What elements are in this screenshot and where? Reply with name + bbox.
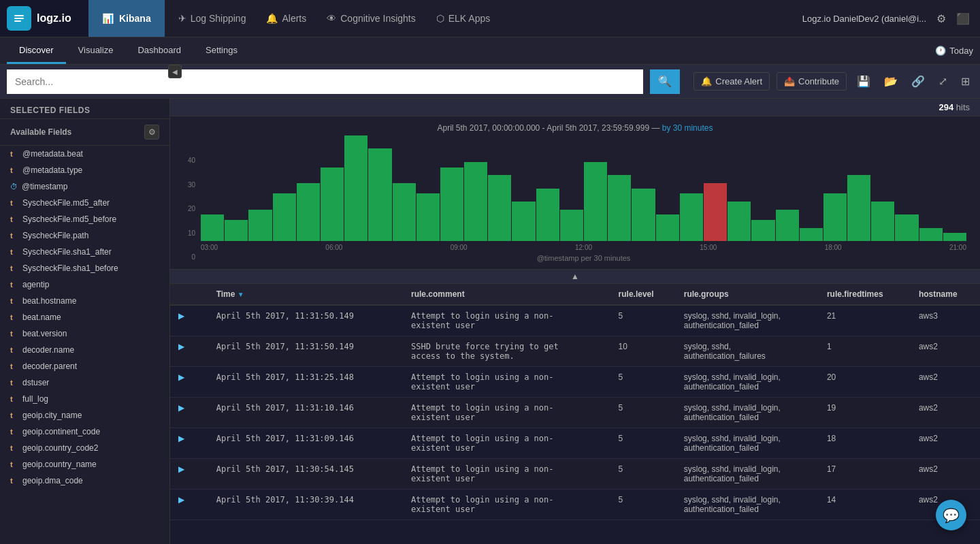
chart-bar[interactable] <box>344 135 368 241</box>
row-comment: Attempt to login using a non- existent u… <box>403 428 610 459</box>
chart-bar[interactable] <box>847 175 870 241</box>
chart-bar[interactable] <box>656 214 679 241</box>
row-expand-button[interactable]: ▶ <box>178 372 192 382</box>
nav-link-alerts[interactable]: 🔔 Alerts <box>266 13 306 24</box>
chart-bar[interactable] <box>632 189 655 242</box>
row-expand-button[interactable]: ▶ <box>178 495 192 505</box>
chart-bar[interactable] <box>680 193 703 241</box>
row-groups: syslog, sshd, invalid_login, authenticat… <box>676 398 819 428</box>
create-alert-button[interactable]: 🔔 Create Alert <box>693 72 770 91</box>
search-input[interactable] <box>7 69 643 94</box>
field-name: geoip.city_name <box>22 411 82 420</box>
field-item[interactable]: tbeat.version <box>0 325 169 342</box>
row-expand-button[interactable]: ▶ <box>178 311 192 321</box>
chart-bar[interactable] <box>201 214 224 241</box>
row-expand-button[interactable]: ▶ <box>178 434 192 443</box>
chart-x-axis: 03:00 06:00 09:00 12:00 15:00 18:00 21:0… <box>201 241 966 251</box>
chart-interval-link[interactable]: by 30 minutes <box>662 123 713 133</box>
field-item[interactable]: tgeoip.city_name <box>0 407 169 423</box>
signout-icon[interactable]: ⬛ <box>956 12 970 25</box>
chart-bar[interactable] <box>440 167 463 242</box>
sidebar-collapse-button[interactable]: ◀ <box>168 65 182 78</box>
chart-bar[interactable] <box>800 228 823 241</box>
chart-bar[interactable] <box>560 210 583 242</box>
field-name: SyscheckFile.sha1_before <box>22 263 118 273</box>
save-icon[interactable]: 💾 <box>853 71 874 91</box>
chart-bar[interactable] <box>248 210 272 242</box>
field-item[interactable]: t@metadata.beat <box>0 146 169 162</box>
chart-bar[interactable] <box>704 183 727 241</box>
chart-bar[interactable] <box>416 193 440 241</box>
chart-bar[interactable] <box>368 148 391 241</box>
row-expand-button[interactable]: ▶ <box>178 342 192 351</box>
logo-area[interactable]: logz.io <box>0 0 88 37</box>
chart-bar[interactable] <box>919 228 943 241</box>
field-item[interactable]: tdstuser <box>0 374 169 391</box>
field-type-icon: t <box>10 362 18 370</box>
chart-bar[interactable] <box>536 189 559 242</box>
field-item[interactable]: tSyscheckFile.sha1_before <box>0 260 169 276</box>
chart-bar[interactable] <box>895 214 918 241</box>
chart-bar[interactable] <box>321 167 344 242</box>
chart-bar[interactable] <box>751 220 774 241</box>
settings-icon[interactable]: ⚙ <box>936 12 946 25</box>
row-comment: Attempt to login using a non- existent u… <box>403 490 610 520</box>
user-label[interactable]: Logz.io DanielDev2 (daniel@i... <box>802 14 926 24</box>
field-item[interactable]: tSyscheckFile.md5_before <box>0 211 169 227</box>
chart-bar[interactable] <box>273 193 296 241</box>
today-label: Today <box>949 46 973 56</box>
field-item[interactable]: tSyscheckFile.path <box>0 227 169 244</box>
nav-link-cognitive-insights[interactable]: 👁 Cognitive Insights <box>327 13 416 24</box>
field-item[interactable]: t@metadata.type <box>0 162 169 178</box>
chart-bar[interactable] <box>871 202 894 241</box>
nav-link-elk-apps[interactable]: ⬡ ELK Apps <box>436 13 491 24</box>
field-item[interactable]: tbeat.hostname <box>0 293 169 309</box>
expand-icon[interactable]: ⤢ <box>935 71 951 91</box>
tab-settings[interactable]: Settings <box>193 37 250 64</box>
contribute-button[interactable]: 📤 Contribute <box>777 72 847 91</box>
share-icon[interactable]: 🔗 <box>908 71 928 91</box>
field-item[interactable]: ⏱@timestamp <box>0 178 169 195</box>
chart-bar[interactable] <box>488 175 511 241</box>
field-item[interactable]: tgeoip.continent_code <box>0 423 169 440</box>
chart-bar[interactable] <box>584 162 607 241</box>
grid-icon[interactable]: ⊞ <box>958 71 973 91</box>
chart-bar[interactable] <box>464 162 487 241</box>
nav-link-log-shipping[interactable]: ✈ Log Shipping <box>178 13 246 24</box>
chart-bar[interactable] <box>512 202 535 241</box>
kibana-tab[interactable]: 📊 Kibana <box>88 0 165 37</box>
chart-bar[interactable] <box>823 193 847 241</box>
field-item[interactable]: tSyscheckFile.sha1_after <box>0 244 169 260</box>
chart-bar[interactable] <box>608 175 631 241</box>
chart-bar[interactable] <box>297 183 320 241</box>
tab-visualize[interactable]: Visualize <box>66 37 126 64</box>
time-col-header[interactable]: Time ▼ <box>208 284 403 305</box>
tab-discover[interactable]: Discover <box>7 37 66 64</box>
field-item[interactable]: tdecoder.name <box>0 342 169 358</box>
row-expand-button[interactable]: ▶ <box>178 403 192 413</box>
chart-bar[interactable] <box>776 210 799 242</box>
chart-bar[interactable] <box>393 183 416 241</box>
field-item[interactable]: tgeoip.country_name <box>0 456 169 473</box>
fields-gear-button[interactable]: ⚙ <box>144 125 159 140</box>
svg-rect-1 <box>14 18 24 19</box>
field-item[interactable]: tdecoder.parent <box>0 358 169 374</box>
field-item[interactable]: tagentip <box>0 276 169 293</box>
chart-bar[interactable] <box>225 220 248 241</box>
chart-y-axis: 40 30 20 10 0 <box>184 157 201 262</box>
chart-bar[interactable] <box>943 233 966 241</box>
chart-bar[interactable] <box>728 202 751 241</box>
firedtimes-col-header: rule.firedtimes <box>819 284 911 305</box>
today-button[interactable]: 🕐 Today <box>935 46 973 56</box>
field-item[interactable]: tgeoip.dma_code <box>0 473 169 489</box>
field-item[interactable]: tSyscheckFile.md5_after <box>0 195 169 211</box>
field-item[interactable]: tbeat.name <box>0 309 169 325</box>
row-expand-button[interactable]: ▶ <box>178 464 192 474</box>
chat-bubble[interactable]: 💬 <box>936 500 966 530</box>
field-item[interactable]: tfull_log <box>0 391 169 407</box>
load-icon[interactable]: 📂 <box>881 71 901 91</box>
tab-dashboard[interactable]: Dashboard <box>125 37 193 64</box>
search-button[interactable]: 🔍 <box>650 69 680 94</box>
chart-collapse-button[interactable]: ▲ <box>170 270 980 284</box>
field-item[interactable]: tgeoip.country_code2 <box>0 440 169 456</box>
